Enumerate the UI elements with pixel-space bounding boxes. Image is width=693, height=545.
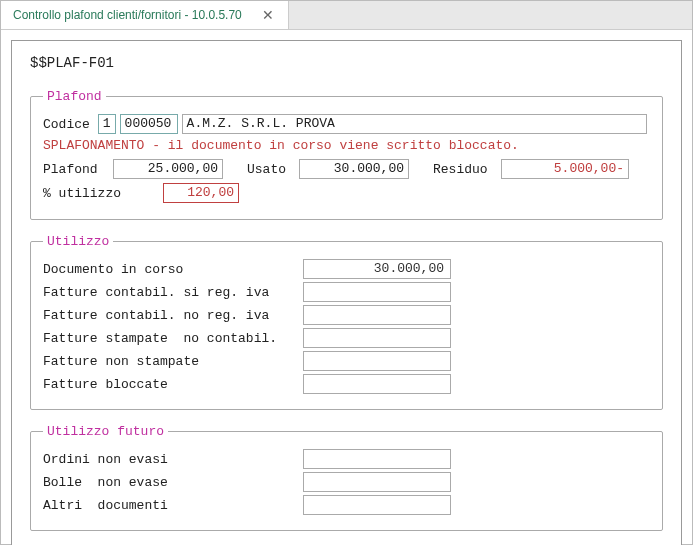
row-plafond-vals: Plafond 25.000,00 Usato 30.000,00 Residu… — [43, 159, 650, 179]
input-codice-name[interactable]: A.M.Z. S.R.L. PROVA — [182, 114, 647, 134]
group-futuro: Utilizzo futuro Ordini non evasi Bolle n… — [30, 424, 663, 531]
field-residuo[interactable]: 5.000,00- — [501, 159, 629, 179]
list-item-value[interactable] — [303, 374, 451, 394]
table-row: Fatture contabil. no reg. iva — [43, 305, 650, 325]
field-plafond[interactable]: 25.000,00 — [113, 159, 223, 179]
list-item-value[interactable] — [303, 305, 451, 325]
group-utilizzo: Utilizzo Documento in corso 30.000,00 Fa… — [30, 234, 663, 410]
close-icon[interactable]: ✕ — [260, 7, 276, 23]
app-window: Controllo plafond clienti/fornitori - 10… — [0, 0, 693, 545]
legend-futuro: Utilizzo futuro — [43, 424, 168, 439]
tab-bar: Controllo plafond clienti/fornitori - 10… — [1, 1, 692, 30]
list-item-label: Fatture contabil. no reg. iva — [43, 308, 303, 323]
table-row: Fatture stampate no contabil. — [43, 328, 650, 348]
field-usato[interactable]: 30.000,00 — [299, 159, 409, 179]
list-item-value[interactable] — [303, 282, 451, 302]
list-item-label: Fatture bloccate — [43, 377, 303, 392]
list-item-value[interactable] — [303, 495, 451, 515]
row-pct: % utilizzo 120,00 — [43, 183, 650, 203]
list-item-value[interactable] — [303, 449, 451, 469]
list-item-label: Fatture non stampate — [43, 354, 303, 369]
content-wrap: $$PLAF-F01 Plafond Codice 1 000050 A.M.Z… — [1, 30, 692, 545]
input-codice-type[interactable]: 1 — [98, 114, 116, 134]
group-plafond: Plafond Codice 1 000050 A.M.Z. S.R.L. PR… — [30, 89, 663, 220]
label-plafond: Plafond — [43, 162, 113, 177]
list-item-label: Documento in corso — [43, 262, 303, 277]
label-codice: Codice — [43, 117, 98, 132]
list-item-label: Fatture stampate no contabil. — [43, 331, 303, 346]
field-pct[interactable]: 120,00 — [163, 183, 239, 203]
list-item-value[interactable]: 30.000,00 — [303, 259, 451, 279]
list-item-value[interactable] — [303, 351, 451, 371]
form-id: $$PLAF-F01 — [30, 55, 663, 71]
list-item-value[interactable] — [303, 328, 451, 348]
warning-text: SPLAFONAMENTO - il documento in corso vi… — [43, 138, 650, 153]
label-pct: % utilizzo — [43, 186, 163, 201]
table-row: Documento in corso 30.000,00 — [43, 259, 650, 279]
legend-utilizzo: Utilizzo — [43, 234, 113, 249]
list-item-label: Fatture contabil. si reg. iva — [43, 285, 303, 300]
table-row: Ordini non evasi — [43, 449, 650, 469]
legend-plafond: Plafond — [43, 89, 106, 104]
row-codice: Codice 1 000050 A.M.Z. S.R.L. PROVA — [43, 114, 650, 134]
label-usato: Usato — [247, 162, 299, 177]
table-row: Altri documenti — [43, 495, 650, 515]
table-row: Fatture bloccate — [43, 374, 650, 394]
tab-plafond[interactable]: Controllo plafond clienti/fornitori - 10… — [1, 1, 289, 29]
input-codice-num[interactable]: 000050 — [120, 114, 178, 134]
list-item-label: Bolle non evase — [43, 475, 303, 490]
list-item-value[interactable] — [303, 472, 451, 492]
label-residuo: Residuo — [433, 162, 501, 177]
table-row: Fatture non stampate — [43, 351, 650, 371]
list-item-label: Ordini non evasi — [43, 452, 303, 467]
table-row: Fatture contabil. si reg. iva — [43, 282, 650, 302]
tab-title: Controllo plafond clienti/fornitori - 10… — [13, 8, 242, 22]
list-item-label: Altri documenti — [43, 498, 303, 513]
table-row: Bolle non evase — [43, 472, 650, 492]
content: $$PLAF-F01 Plafond Codice 1 000050 A.M.Z… — [11, 40, 682, 545]
